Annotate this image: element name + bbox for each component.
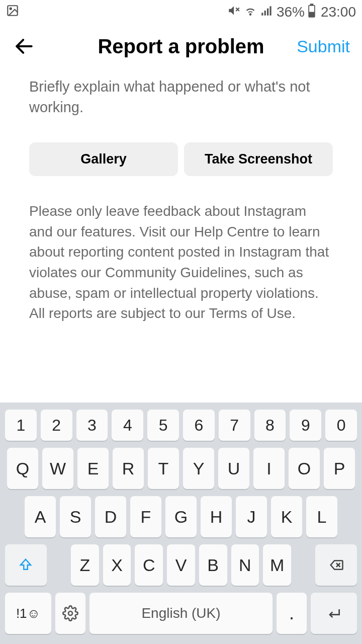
backspace-key[interactable]: [315, 544, 357, 586]
svg-rect-8: [269, 6, 271, 15]
key-c[interactable]: C: [135, 544, 163, 586]
backspace-icon: [327, 557, 345, 573]
key-e[interactable]: E: [77, 448, 109, 489]
content-area: Briefly explain what happened or what's …: [0, 76, 362, 403]
image-indicator-icon: [6, 4, 19, 21]
status-bar: 36% 23:00: [0, 0, 362, 24]
key-a[interactable]: A: [25, 496, 56, 537]
wifi-icon: [243, 4, 257, 21]
key-g[interactable]: G: [165, 496, 197, 537]
key-z[interactable]: Z: [71, 544, 99, 586]
nav-header: Report a problem Submit: [0, 24, 362, 76]
key-4[interactable]: 4: [112, 410, 143, 441]
key-v[interactable]: V: [167, 544, 195, 586]
key-t[interactable]: T: [148, 448, 179, 489]
page-title: Report a problem: [98, 35, 264, 58]
key-9[interactable]: 9: [290, 410, 321, 441]
key-2[interactable]: 2: [41, 410, 72, 441]
key-8[interactable]: 8: [254, 410, 286, 441]
key-r[interactable]: R: [113, 448, 144, 489]
take-screenshot-button[interactable]: Take Screenshot: [184, 142, 333, 176]
svg-rect-5: [261, 13, 263, 15]
key-i[interactable]: I: [253, 448, 285, 489]
problem-input-placeholder[interactable]: Briefly explain what happened or what's …: [29, 76, 333, 117]
key-p[interactable]: P: [324, 448, 355, 489]
shift-key[interactable]: [5, 544, 47, 586]
info-text: Please only leave feedback about Instagr…: [29, 201, 333, 324]
enter-icon: [324, 605, 344, 621]
key-u[interactable]: U: [218, 448, 249, 489]
signal-icon: [260, 4, 274, 21]
battery-icon: [308, 4, 316, 21]
back-button[interactable]: [12, 34, 36, 58]
key-x[interactable]: X: [103, 544, 131, 586]
key-j[interactable]: J: [236, 496, 267, 537]
symbols-key[interactable]: !1☺: [5, 593, 51, 634]
battery-percent: 36%: [277, 4, 305, 20]
key-s[interactable]: S: [60, 496, 91, 537]
svg-rect-10: [311, 4, 313, 5]
key-q[interactable]: Q: [7, 448, 38, 489]
key-b[interactable]: B: [199, 544, 227, 586]
period-key[interactable]: .: [277, 593, 307, 634]
gallery-button[interactable]: Gallery: [29, 142, 178, 176]
key-5[interactable]: 5: [147, 410, 179, 441]
key-y[interactable]: Y: [183, 448, 214, 489]
kb-row-numbers: 1234567890: [5, 410, 357, 441]
key-w[interactable]: W: [42, 448, 73, 489]
key-l[interactable]: L: [306, 496, 337, 537]
arrow-left-icon: [13, 35, 35, 57]
key-o[interactable]: O: [289, 448, 320, 489]
key-k[interactable]: K: [271, 496, 302, 537]
key-d[interactable]: D: [95, 496, 126, 537]
key-m[interactable]: M: [263, 544, 291, 586]
key-7[interactable]: 7: [219, 410, 250, 441]
kb-row-qwerty: QWERTYUIOP: [5, 448, 357, 489]
key-f[interactable]: F: [130, 496, 161, 537]
key-1[interactable]: 1: [5, 410, 37, 441]
kb-row-asdf: ASDFGHJKL: [5, 496, 357, 537]
svg-point-15: [68, 611, 72, 615]
enter-key[interactable]: [311, 593, 357, 634]
key-3[interactable]: 3: [76, 410, 108, 441]
soft-keyboard: 1234567890 QWERTYUIOP ASDFGHJKL ZXCVBNM …: [0, 403, 362, 644]
submit-button[interactable]: Submit: [297, 37, 350, 56]
kb-row-zxcv: ZXCVBNM: [5, 544, 357, 586]
clock-time: 23:00: [321, 4, 356, 20]
keyboard-settings-key[interactable]: [55, 593, 85, 634]
key-6[interactable]: 6: [183, 410, 215, 441]
svg-point-4: [250, 14, 251, 15]
kb-row-bottom: !1☺ English (UK) .: [5, 593, 357, 634]
mute-vibrate-icon: [227, 4, 240, 21]
spacebar-key[interactable]: English (UK): [89, 593, 273, 634]
svg-rect-11: [310, 12, 314, 16]
gear-icon: [62, 605, 78, 621]
key-n[interactable]: N: [231, 544, 259, 586]
svg-point-1: [10, 8, 12, 9]
key-h[interactable]: H: [201, 496, 232, 537]
key-0[interactable]: 0: [325, 410, 357, 441]
svg-rect-7: [267, 8, 268, 15]
svg-rect-6: [264, 11, 265, 16]
shift-icon: [18, 557, 33, 573]
